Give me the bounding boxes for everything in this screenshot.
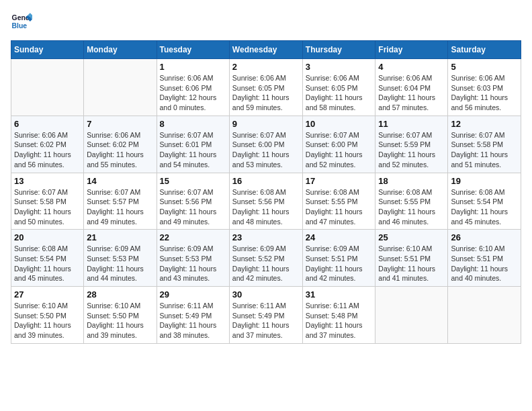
day-number: 9 [232, 119, 300, 129]
day-number: 15 [160, 176, 226, 186]
day-number: 1 [160, 62, 226, 72]
calendar-cell: 20Sunrise: 6:08 AM Sunset: 5:54 PM Dayli… [11, 230, 84, 287]
day-info: Sunrise: 6:06 AM Sunset: 6:03 PM Dayligh… [451, 73, 518, 113]
calendar: SundayMondayTuesdayWednesdayThursdayFrid… [11, 40, 521, 344]
calendar-header: SundayMondayTuesdayWednesdayThursdayFrid… [11, 41, 521, 59]
day-info: Sunrise: 6:07 AM Sunset: 6:01 PM Dayligh… [160, 130, 226, 170]
calendar-cell: 5Sunrise: 6:06 AM Sunset: 6:03 PM Daylig… [448, 59, 521, 116]
day-info: Sunrise: 6:06 AM Sunset: 6:02 PM Dayligh… [14, 130, 81, 170]
day-number: 11 [378, 119, 445, 129]
calendar-cell: 22Sunrise: 6:09 AM Sunset: 5:53 PM Dayli… [157, 230, 229, 287]
day-number: 7 [87, 119, 153, 129]
weekday-header: Tuesday [157, 41, 229, 59]
day-number: 18 [378, 176, 445, 186]
day-info: Sunrise: 6:06 AM Sunset: 6:06 PM Dayligh… [160, 73, 226, 113]
calendar-week: 13Sunrise: 6:07 AM Sunset: 5:58 PM Dayli… [11, 173, 521, 230]
day-info: Sunrise: 6:07 AM Sunset: 5:57 PM Dayligh… [87, 187, 153, 227]
calendar-cell: 21Sunrise: 6:09 AM Sunset: 5:53 PM Dayli… [84, 230, 157, 287]
day-number: 3 [306, 62, 373, 72]
day-info: Sunrise: 6:06 AM Sunset: 6:05 PM Dayligh… [232, 73, 300, 113]
day-info: Sunrise: 6:07 AM Sunset: 5:59 PM Dayligh… [378, 130, 445, 170]
calendar-cell: 12Sunrise: 6:07 AM Sunset: 5:58 PM Dayli… [448, 116, 521, 173]
calendar-week: 27Sunrise: 6:10 AM Sunset: 5:50 PM Dayli… [11, 287, 521, 344]
calendar-cell: 19Sunrise: 6:08 AM Sunset: 5:54 PM Dayli… [448, 173, 521, 230]
day-number: 30 [232, 289, 300, 300]
calendar-cell: 7Sunrise: 6:06 AM Sunset: 6:02 PM Daylig… [84, 116, 157, 173]
day-number: 20 [14, 232, 81, 242]
calendar-cell: 2Sunrise: 6:06 AM Sunset: 6:05 PM Daylig… [229, 59, 302, 116]
day-number: 17 [306, 176, 373, 186]
day-info: Sunrise: 6:08 AM Sunset: 5:54 PM Dayligh… [451, 187, 518, 227]
day-number: 19 [451, 176, 518, 186]
calendar-cell: 17Sunrise: 6:08 AM Sunset: 5:55 PM Dayli… [302, 173, 375, 230]
day-info: Sunrise: 6:11 AM Sunset: 5:49 PM Dayligh… [160, 301, 226, 340]
calendar-cell: 1Sunrise: 6:06 AM Sunset: 6:06 PM Daylig… [157, 59, 229, 116]
day-info: Sunrise: 6:07 AM Sunset: 5:58 PM Dayligh… [451, 130, 518, 170]
day-info: Sunrise: 6:06 AM Sunset: 6:05 PM Dayligh… [306, 73, 373, 113]
day-info: Sunrise: 6:10 AM Sunset: 5:50 PM Dayligh… [87, 301, 153, 340]
day-number: 16 [232, 176, 300, 186]
calendar-cell: 10Sunrise: 6:07 AM Sunset: 6:00 PM Dayli… [302, 116, 375, 173]
logo-icon: General Blue [11, 11, 32, 32]
day-info: Sunrise: 6:09 AM Sunset: 5:53 PM Dayligh… [87, 244, 153, 283]
calendar-cell [375, 287, 448, 344]
weekday-header: Monday [84, 41, 157, 59]
calendar-cell: 25Sunrise: 6:10 AM Sunset: 5:51 PM Dayli… [375, 230, 448, 287]
calendar-cell: 15Sunrise: 6:07 AM Sunset: 5:56 PM Dayli… [157, 173, 229, 230]
weekday-header: Friday [375, 41, 448, 59]
calendar-cell: 3Sunrise: 6:06 AM Sunset: 6:05 PM Daylig… [302, 59, 375, 116]
calendar-week: 20Sunrise: 6:08 AM Sunset: 5:54 PM Dayli… [11, 230, 521, 287]
day-number: 29 [160, 289, 226, 300]
calendar-cell: 31Sunrise: 6:11 AM Sunset: 5:48 PM Dayli… [302, 287, 375, 344]
calendar-cell: 11Sunrise: 6:07 AM Sunset: 5:59 PM Dayli… [375, 116, 448, 173]
weekday-header: Sunday [11, 41, 84, 59]
day-number: 4 [378, 62, 445, 72]
calendar-cell: 24Sunrise: 6:09 AM Sunset: 5:51 PM Dayli… [302, 230, 375, 287]
logo: General Blue [11, 11, 32, 32]
day-number: 28 [87, 289, 153, 300]
calendar-cell: 13Sunrise: 6:07 AM Sunset: 5:58 PM Dayli… [11, 173, 84, 230]
day-info: Sunrise: 6:11 AM Sunset: 5:48 PM Dayligh… [306, 301, 373, 340]
day-info: Sunrise: 6:08 AM Sunset: 5:55 PM Dayligh… [306, 187, 373, 227]
calendar-cell: 27Sunrise: 6:10 AM Sunset: 5:50 PM Dayli… [11, 287, 84, 344]
day-info: Sunrise: 6:07 AM Sunset: 5:58 PM Dayligh… [14, 187, 81, 227]
calendar-cell: 8Sunrise: 6:07 AM Sunset: 6:01 PM Daylig… [157, 116, 229, 173]
day-number: 26 [451, 232, 518, 242]
day-info: Sunrise: 6:09 AM Sunset: 5:51 PM Dayligh… [306, 244, 373, 283]
day-number: 5 [451, 62, 518, 72]
day-info: Sunrise: 6:07 AM Sunset: 6:00 PM Dayligh… [306, 130, 373, 170]
calendar-cell: 23Sunrise: 6:09 AM Sunset: 5:52 PM Dayli… [229, 230, 302, 287]
day-number: 13 [14, 176, 81, 186]
calendar-cell: 29Sunrise: 6:11 AM Sunset: 5:49 PM Dayli… [157, 287, 229, 344]
calendar-week: 1Sunrise: 6:06 AM Sunset: 6:06 PM Daylig… [11, 59, 521, 116]
weekday-header: Wednesday [229, 41, 302, 59]
weekday-header: Saturday [448, 41, 521, 59]
calendar-cell: 4Sunrise: 6:06 AM Sunset: 6:04 PM Daylig… [375, 59, 448, 116]
day-info: Sunrise: 6:06 AM Sunset: 6:04 PM Dayligh… [378, 73, 445, 113]
svg-text:Blue: Blue [12, 22, 28, 30]
calendar-cell: 18Sunrise: 6:08 AM Sunset: 5:55 PM Dayli… [375, 173, 448, 230]
calendar-cell: 26Sunrise: 6:10 AM Sunset: 5:51 PM Dayli… [448, 230, 521, 287]
day-info: Sunrise: 6:07 AM Sunset: 6:00 PM Dayligh… [232, 130, 300, 170]
calendar-cell: 16Sunrise: 6:08 AM Sunset: 5:56 PM Dayli… [229, 173, 302, 230]
calendar-cell [84, 59, 157, 116]
day-number: 6 [14, 119, 81, 129]
calendar-cell: 9Sunrise: 6:07 AM Sunset: 6:00 PM Daylig… [229, 116, 302, 173]
day-info: Sunrise: 6:06 AM Sunset: 6:02 PM Dayligh… [87, 130, 153, 170]
day-info: Sunrise: 6:08 AM Sunset: 5:56 PM Dayligh… [232, 187, 300, 227]
day-number: 2 [232, 62, 300, 72]
calendar-cell: 30Sunrise: 6:11 AM Sunset: 5:49 PM Dayli… [229, 287, 302, 344]
day-number: 12 [451, 119, 518, 129]
day-info: Sunrise: 6:10 AM Sunset: 5:50 PM Dayligh… [14, 301, 81, 340]
day-info: Sunrise: 6:10 AM Sunset: 5:51 PM Dayligh… [451, 244, 518, 283]
day-number: 25 [378, 232, 445, 242]
calendar-week: 6Sunrise: 6:06 AM Sunset: 6:02 PM Daylig… [11, 116, 521, 173]
calendar-cell [448, 287, 521, 344]
day-info: Sunrise: 6:10 AM Sunset: 5:51 PM Dayligh… [378, 244, 445, 283]
day-number: 22 [160, 232, 226, 242]
weekday-header: Thursday [302, 41, 375, 59]
day-number: 10 [306, 119, 373, 129]
day-number: 8 [160, 119, 226, 129]
day-info: Sunrise: 6:08 AM Sunset: 5:55 PM Dayligh… [378, 187, 445, 227]
day-info: Sunrise: 6:11 AM Sunset: 5:49 PM Dayligh… [232, 301, 300, 340]
